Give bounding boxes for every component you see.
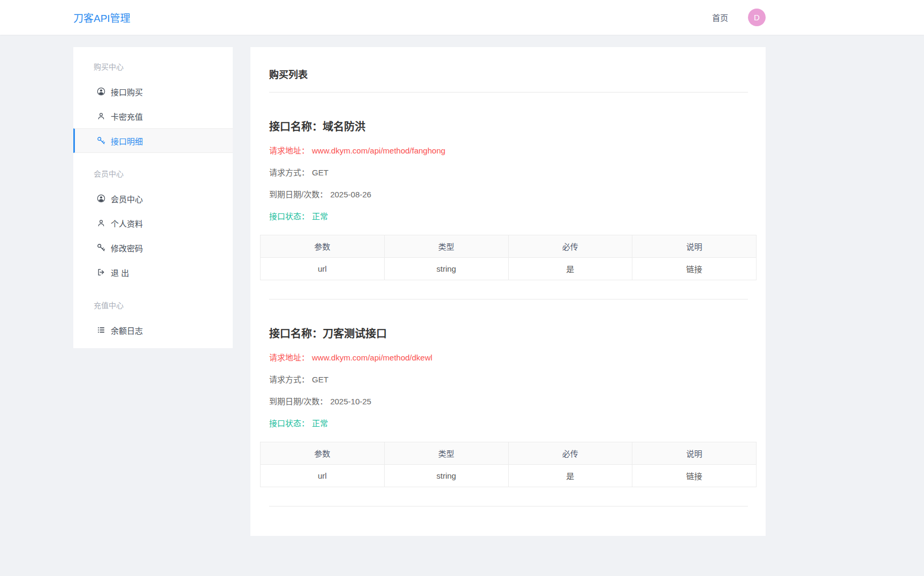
key-icon <box>97 136 105 145</box>
sidebar-item-label: 退 出 <box>111 267 129 278</box>
col-header-type: 类型 <box>384 235 508 258</box>
sidebar-item-label: 余额日志 <box>111 325 143 336</box>
user-outline-icon <box>97 112 105 120</box>
user-outline-icon <box>97 219 105 227</box>
api-name-label: 接口名称： <box>269 121 323 133</box>
api-name-label: 接口名称： <box>269 328 323 340</box>
col-header-param: 参数 <box>261 235 385 258</box>
sidebar-item-balance-log[interactable]: 余额日志 <box>73 318 233 342</box>
api-name-heading: 接口名称：刀客测试接口 <box>269 325 747 341</box>
cell-description: 链接 <box>632 465 757 487</box>
sidebar: 购买中心 接口购买 卡密充值 接口明细 会员中心 会员中心 <box>73 47 233 348</box>
api-status: 接口状态：正常 <box>269 417 747 428</box>
col-header-param: 参数 <box>261 442 385 465</box>
field-value: www.dkym.com/api/method/dkewl <box>312 353 432 362</box>
api-request-url: 请求地址：www.dkym.com/api/method/dkewl <box>269 351 747 363</box>
brand-logo[interactable]: 刀客API管理 <box>73 10 131 25</box>
user-avatar[interactable]: D <box>748 9 766 26</box>
user-circle-icon <box>97 87 105 96</box>
col-header-description: 说明 <box>632 442 757 465</box>
api-request-method: 请求方式：GET <box>269 166 747 178</box>
sidebar-item-label: 会员中心 <box>111 193 143 204</box>
api-status: 接口状态：正常 <box>269 210 747 221</box>
params-table: 参数 类型 必传 说明 url string 是 链接 <box>260 442 757 487</box>
header-container: 刀客API管理 首页 D <box>73 0 766 35</box>
divider <box>269 506 748 506</box>
page-title: 购买列表 <box>269 47 747 81</box>
col-header-type: 类型 <box>384 442 508 465</box>
api-section-fanghong: 接口名称：域名防洪 请求地址：www.dkym.com/api/method/f… <box>250 118 766 299</box>
top-header: 刀客API管理 首页 D <box>0 0 924 35</box>
main-content: 购买列表 接口名称：域名防洪 请求地址：www.dkym.com/api/met… <box>250 47 766 536</box>
table-row: url string 是 链接 <box>261 258 757 280</box>
cell-description: 链接 <box>632 258 757 280</box>
field-label: 请求地址： <box>269 353 309 362</box>
params-table: 参数 类型 必传 说明 url string 是 链接 <box>260 235 757 280</box>
cell-required: 是 <box>508 258 632 280</box>
cell-type: string <box>384 258 508 280</box>
field-value: GET <box>312 375 329 384</box>
field-value: 2025-08-26 <box>330 190 371 199</box>
page-body: 购买中心 接口购买 卡密充值 接口明细 会员中心 会员中心 <box>73 47 766 536</box>
header-right: 首页 D <box>712 9 766 26</box>
api-name-value: 刀客测试接口 <box>323 328 387 340</box>
field-label: 请求地址： <box>269 146 309 155</box>
divider <box>269 92 748 93</box>
logout-icon <box>97 268 105 277</box>
params-header-row: 参数 类型 必传 说明 <box>261 235 757 258</box>
col-header-required: 必传 <box>508 442 632 465</box>
nav-home-link[interactable]: 首页 <box>712 12 728 23</box>
sidebar-section-purchase-center: 购买中心 <box>73 55 233 79</box>
list-icon <box>97 326 105 334</box>
field-label: 接口状态： <box>269 212 309 221</box>
field-label: 请求方式： <box>269 168 309 177</box>
sidebar-item-change-password[interactable]: 修改密码 <box>73 235 233 260</box>
user-circle-icon <box>97 194 105 203</box>
sidebar-item-profile[interactable]: 个人资料 <box>73 211 233 235</box>
sidebar-item-card-recharge[interactable]: 卡密充值 <box>73 104 233 128</box>
api-name-value: 域名防洪 <box>323 121 365 133</box>
sidebar-item-api-purchase[interactable]: 接口购买 <box>73 79 233 104</box>
sidebar-item-label: 个人资料 <box>111 218 143 229</box>
api-name-heading: 接口名称：域名防洪 <box>269 118 747 134</box>
sidebar-item-label: 接口购买 <box>111 86 143 97</box>
field-value: 2025-10-25 <box>330 397 371 406</box>
col-header-required: 必传 <box>508 235 632 258</box>
cell-required: 是 <box>508 465 632 487</box>
sidebar-section-recharge-center: 充值中心 <box>73 293 233 318</box>
status-badge: 正常 <box>312 419 328 428</box>
api-request-method: 请求方式：GET <box>269 373 747 385</box>
cell-type: string <box>384 465 508 487</box>
api-request-url: 请求地址：www.dkym.com/api/method/fanghong <box>269 144 747 156</box>
params-header-row: 参数 类型 必传 说明 <box>261 442 757 465</box>
api-expire-date: 到期日期/次数：2025-08-26 <box>269 188 747 199</box>
table-row: url string 是 链接 <box>261 465 757 487</box>
field-label: 到期日期/次数： <box>269 190 327 199</box>
field-label: 到期日期/次数： <box>269 397 327 406</box>
api-section-dkewl: 接口名称：刀客测试接口 请求地址：www.dkym.com/api/method… <box>250 325 766 506</box>
sidebar-item-api-details[interactable]: 接口明细 <box>73 128 233 153</box>
status-badge: 正常 <box>312 212 328 221</box>
sidebar-item-label: 修改密码 <box>111 242 143 254</box>
key-icon <box>97 243 105 252</box>
field-label: 请求方式： <box>269 375 309 384</box>
field-value: GET <box>312 168 329 177</box>
sidebar-item-member-center[interactable]: 会员中心 <box>73 186 233 211</box>
col-header-description: 说明 <box>632 235 757 258</box>
field-label: 接口状态： <box>269 419 309 428</box>
cell-param: url <box>261 258 385 280</box>
sidebar-item-logout[interactable]: 退 出 <box>73 260 233 285</box>
cell-param: url <box>261 465 385 487</box>
field-value: www.dkym.com/api/method/fanghong <box>312 146 445 155</box>
api-expire-date: 到期日期/次数：2025-10-25 <box>269 395 747 406</box>
divider <box>269 299 748 299</box>
sidebar-section-member-center: 会员中心 <box>73 162 233 186</box>
sidebar-item-label: 卡密充值 <box>111 111 143 122</box>
sidebar-item-label: 接口明细 <box>111 135 143 147</box>
